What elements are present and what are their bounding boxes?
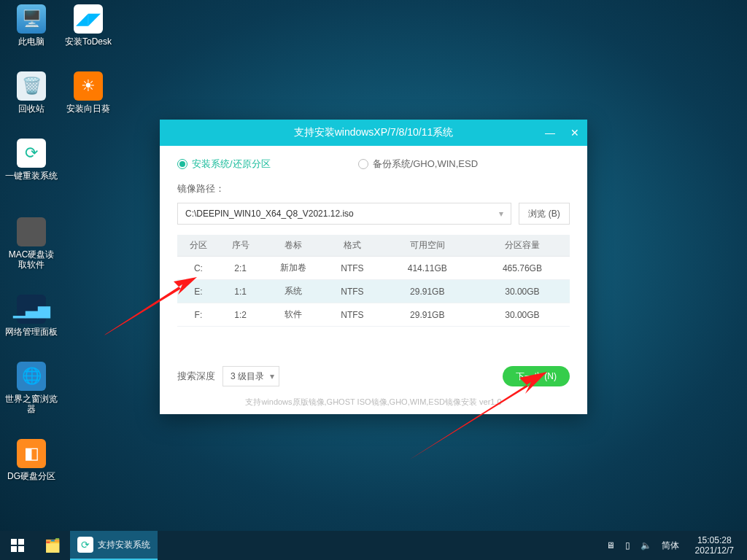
disk-icon: ◧ xyxy=(17,439,46,468)
desktop-icon-dg[interactable]: ◧ DG硬盘分区 xyxy=(4,439,58,481)
refresh-icon: ⟳ xyxy=(17,139,46,168)
taskbar-active-app[interactable]: ⟳ 支持安装系统 xyxy=(70,531,158,560)
chevron-down-icon: ▾ xyxy=(499,209,503,219)
trash-icon: 🗑️ xyxy=(17,71,46,101)
image-path-label: 镜像路径： xyxy=(177,182,570,195)
close-button[interactable]: ✕ xyxy=(562,120,587,146)
taskbar-app-label: 支持安装系统 xyxy=(98,539,150,551)
desktop-icon-mac-disk[interactable]: MAC硬盘读取软件 xyxy=(4,217,58,270)
start-button[interactable] xyxy=(0,531,35,560)
battery-icon[interactable]: ▯ xyxy=(625,540,630,551)
desktop-icon-todesk[interactable]: ◢◤ 安装ToDesk xyxy=(61,4,115,47)
image-path-select[interactable]: C:\DEEPIN_WIN10_X64_Q8_V2021.12.iso ▾ xyxy=(177,203,511,225)
radio-install-restore[interactable]: 安装系统/还原分区 xyxy=(177,158,271,171)
image-path-value: C:\DEEPIN_WIN10_X64_Q8_V2021.12.iso xyxy=(185,209,354,219)
desktop-icon-net-panel[interactable]: ▁▃▅ 网络管理面板 xyxy=(4,295,58,337)
th-free: 可用空间 xyxy=(380,235,475,257)
desktop-icon-this-pc[interactable]: 🖥️ 此电脑 xyxy=(4,4,58,47)
th-size: 分区容量 xyxy=(475,235,570,257)
desktop-icon-world-browser[interactable]: 🌐 世界之窗浏览器 xyxy=(4,362,58,414)
footer-hint: 支持windows原版镜像,GHOST ISO镜像,GHO,WIM,ESD镜像安… xyxy=(177,397,570,408)
ime-indicator[interactable]: 简体 xyxy=(662,540,679,552)
browse-button[interactable]: 浏览 (B) xyxy=(519,203,570,225)
radio-dot-icon xyxy=(358,159,368,169)
taskbar-explorer-button[interactable]: 🗂️ xyxy=(35,531,70,560)
desktop-icon-recycle-bin[interactable]: 🗑️ 回收站 xyxy=(4,71,58,114)
th-seq: 序号 xyxy=(220,235,262,257)
th-partition: 分区 xyxy=(177,235,220,257)
installer-window: 支持安装windowsXP/7/8/10/11系统 — ✕ 安装系统/还原分区 … xyxy=(160,120,587,414)
radio-backup[interactable]: 备份系统/GHO,WIN,ESD xyxy=(358,158,478,171)
clock-time: 15:05:28 xyxy=(695,535,734,545)
table-row[interactable]: F:1:2软件NTFS29.91GB30.00GB xyxy=(177,303,570,327)
monitor-icon: 🖥️ xyxy=(17,4,46,34)
desktop-icon-sunflower[interactable]: ☀ 安装向日葵 xyxy=(61,71,115,114)
taskbar-clock[interactable]: 15:05:28 2021/12/7 xyxy=(689,535,740,556)
network-icon[interactable]: 🖥 xyxy=(606,540,615,551)
system-tray: 🖥 ▯ 🔈 简体 15:05:28 2021/12/7 xyxy=(599,535,747,556)
volume-icon[interactable]: 🔈 xyxy=(640,540,651,551)
next-button[interactable]: 下一步 (N) xyxy=(503,366,570,386)
clock-date: 2021/12/7 xyxy=(695,545,734,556)
table-row[interactable]: C:2:1新加卷NTFS414.11GB465.76GB xyxy=(177,257,570,280)
todesk-icon: ◢◤ xyxy=(74,4,103,34)
partition-table: 分区 序号 卷标 格式 可用空间 分区容量 C:2:1新加卷NTFS414.11… xyxy=(177,235,570,327)
radio-dot-icon xyxy=(177,159,187,169)
sun-icon: ☀ xyxy=(74,71,103,101)
windows-logo-icon xyxy=(11,539,24,552)
search-depth-label: 搜索深度 xyxy=(177,370,215,383)
th-fs: 格式 xyxy=(325,235,379,257)
globe-icon: 🌐 xyxy=(17,362,46,391)
folder-icon: 🗂️ xyxy=(44,537,61,553)
taskbar: 🗂️ ⟳ 支持安装系统 🖥 ▯ 🔈 简体 15:05:28 2021/12/7 xyxy=(0,531,747,560)
table-row[interactable]: E:1:1系统NTFS29.91GB30.00GB xyxy=(177,280,570,303)
apple-icon xyxy=(17,217,46,246)
app-icon: ⟳ xyxy=(77,537,93,553)
search-depth-select[interactable]: 3 级目录 xyxy=(222,366,279,386)
th-volume: 卷标 xyxy=(262,235,325,257)
chart-icon: ▁▃▅ xyxy=(17,295,46,324)
window-title: 支持安装windowsXP/7/8/10/11系统 xyxy=(294,126,454,139)
desktop-icon-reinstall[interactable]: ⟳ 一键重装系统 xyxy=(4,139,58,181)
window-titlebar[interactable]: 支持安装windowsXP/7/8/10/11系统 — ✕ xyxy=(160,120,587,146)
minimize-button[interactable]: — xyxy=(538,120,562,146)
